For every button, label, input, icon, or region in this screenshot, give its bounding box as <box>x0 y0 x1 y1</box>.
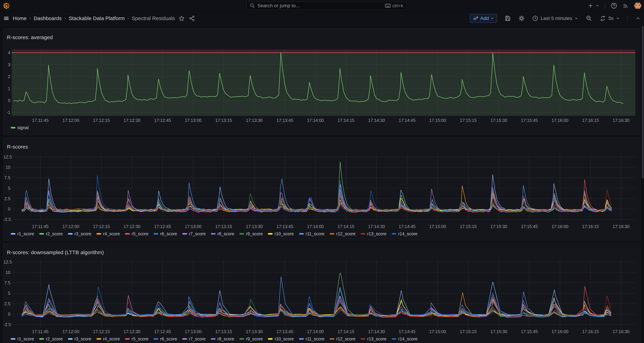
legend-item-r10_score[interactable]: r10_score <box>268 336 294 341</box>
x-axis-tick: 17:15:45 <box>514 224 544 229</box>
legend-item-r11_score[interactable]: r11_score <box>299 231 324 236</box>
legend-item-r8_score[interactable]: r8_score <box>211 231 234 236</box>
save-dashboard-button[interactable] <box>504 15 511 22</box>
legend-item-r9_score[interactable]: r9_score <box>240 231 263 236</box>
x-axis-tick: 17:11:45 <box>26 329 55 334</box>
plus-icon <box>588 3 594 9</box>
mega-menu-toggle[interactable] <box>4 16 9 21</box>
legend-item-r8_score[interactable]: r8_score <box>211 336 234 341</box>
breadcrumb-current-dashboard: Spectral Residuals <box>132 16 175 21</box>
legend-series-label: r14_score <box>398 231 418 236</box>
legend-item-r13_score[interactable]: r13_score <box>361 336 386 341</box>
legend-series-swatch <box>11 338 16 340</box>
x-axis-tick: 17:13:15 <box>209 118 238 123</box>
legend-series-swatch <box>182 338 187 340</box>
legend-item-r4_score[interactable]: r4_score <box>96 336 120 341</box>
time-range-label: Last 5 minutes <box>540 16 572 21</box>
legend-series-label: r12_score <box>336 336 356 341</box>
x-axis-tick: 17:16:15 <box>576 118 605 123</box>
legend-item-r7_score[interactable]: r7_score <box>182 231 206 236</box>
legend-item-r13_score[interactable]: r13_score <box>361 231 386 236</box>
x-axis-tick: 17:13:45 <box>270 329 300 334</box>
x-axis-tick: 17:15:00 <box>423 224 452 229</box>
top-bar-actions <box>588 0 641 12</box>
x-axis-tick: 17:16:15 <box>576 224 605 229</box>
time-series-plot-area[interactable] <box>12 50 635 116</box>
legend-series-label: r7_score <box>189 231 206 236</box>
x-axis-tick: 17:12:15 <box>87 118 116 123</box>
legend-item-r7_score[interactable]: r7_score <box>182 336 206 341</box>
legend-item-signal[interactable]: signal <box>11 125 28 130</box>
time-series-chart: -10123417:11:4517:12:0017:12:1517:12:301… <box>4 28 640 135</box>
legend-item-r2_score[interactable]: r2_score <box>39 336 62 341</box>
scrollbar-thumb[interactable] <box>642 26 644 178</box>
breadcrumb-home[interactable]: Home <box>13 16 27 21</box>
legend-series-swatch <box>154 338 158 340</box>
x-axis-tick: 17:12:45 <box>148 329 177 334</box>
add-panel-button[interactable]: Add <box>470 14 497 23</box>
legend-item-r10_score[interactable]: r10_score <box>268 231 294 236</box>
legend-item-r3_score[interactable]: r3_score <box>68 336 91 341</box>
x-axis-tick: 17:12:30 <box>117 329 147 334</box>
breadcrumb-dashboards[interactable]: Dashboards <box>34 16 62 21</box>
refresh-picker[interactable]: 5s <box>600 15 620 22</box>
favorite-button[interactable] <box>179 16 184 21</box>
new-menu-button[interactable] <box>588 3 599 9</box>
user-avatar[interactable] <box>634 2 641 9</box>
time-range-picker[interactable]: Last 5 minutes <box>532 16 578 21</box>
legend-item-r2_score[interactable]: r2_score <box>39 231 62 236</box>
legend-item-r3_score[interactable]: r3_score <box>68 231 91 236</box>
share-button[interactable] <box>189 16 195 21</box>
legend-item-r5_score[interactable]: r5_score <box>125 231 148 236</box>
collapse-toolbar-button[interactable] <box>635 16 640 21</box>
legend-item-r12_score[interactable]: r12_score <box>330 336 356 341</box>
x-axis-tick: 17:11:45 <box>26 224 55 229</box>
clock-icon <box>532 16 538 21</box>
legend-item-r11_score[interactable]: r11_score <box>299 336 324 341</box>
legend-item-r6_score[interactable]: r6_score <box>154 231 177 236</box>
y-axis-tick: 5 <box>4 186 10 191</box>
legend-item-r14_score[interactable]: r14_score <box>392 231 418 236</box>
legend-item-r12_score[interactable]: r12_score <box>330 231 356 236</box>
legend-item-r1_score[interactable]: r1_score <box>11 336 34 341</box>
legend-series-swatch <box>268 338 272 340</box>
legend-item-r9_score[interactable]: r9_score <box>240 336 263 341</box>
x-axis-tick: 17:15:45 <box>514 118 544 123</box>
help-button[interactable] <box>611 3 617 9</box>
x-axis-tick: 17:15:30 <box>484 329 514 334</box>
dashboard-settings-button[interactable] <box>518 15 525 22</box>
legend-item-r5_score[interactable]: r5_score <box>125 336 148 341</box>
news-button[interactable] <box>622 3 629 9</box>
legend-series-label: r14_score <box>398 336 418 341</box>
help-icon <box>611 3 617 9</box>
x-axis-tick: 17:15:30 <box>484 118 514 123</box>
x-axis-tick: 17:12:30 <box>117 118 147 123</box>
legend-series-label: r1_score <box>17 336 34 341</box>
legend-series-label: r9_score <box>246 336 263 341</box>
add-panel-label: Add <box>480 16 489 21</box>
legend-series-label: r1_score <box>17 231 34 236</box>
page-scrollbar[interactable] <box>642 26 644 342</box>
legend-item-r14_score[interactable]: r14_score <box>392 336 418 341</box>
time-series-plot-area[interactable] <box>12 154 635 222</box>
toolbar-divider <box>628 15 628 22</box>
x-axis-tick: 17:13:45 <box>270 224 300 229</box>
zoom-out-time-button[interactable] <box>586 15 592 22</box>
legend-series-swatch <box>96 233 101 235</box>
breadcrumb-folder[interactable]: Stackable Data Platform <box>69 16 124 21</box>
legend-item-r6_score[interactable]: r6_score <box>154 336 177 341</box>
legend-item-r1_score[interactable]: r1_score <box>11 231 34 236</box>
x-axis-tick: 17:12:15 <box>87 329 116 334</box>
legend-item-r4_score[interactable]: r4_score <box>96 231 120 236</box>
x-axis-tick: 17:14:15 <box>331 329 361 334</box>
time-series-plot-area[interactable] <box>12 259 635 327</box>
grafana-dashboard: Search or jump to... ctrl+k <box>0 0 644 343</box>
y-axis-tick: -2.5 <box>4 322 10 327</box>
grafana-logo[interactable] <box>2 2 10 10</box>
x-axis-tick: 17:13:30 <box>240 329 269 334</box>
x-axis-tick: 17:16:00 <box>545 329 575 334</box>
x-axis-tick: 17:14:00 <box>301 329 330 334</box>
legend-series-label: r9_score <box>246 231 263 236</box>
search-input[interactable]: Search or jump to... ctrl+k <box>246 2 406 10</box>
search-icon <box>250 3 255 8</box>
